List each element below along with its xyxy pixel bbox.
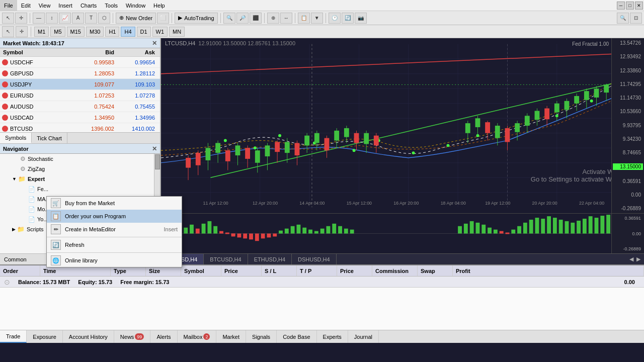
chart-tab-btcusd[interactable]: BTCUSD,H4 bbox=[204, 254, 248, 264]
svg-point-27 bbox=[353, 149, 356, 152]
bottom-tab-code-base[interactable]: Code Base bbox=[277, 330, 316, 343]
tf-h4[interactable]: H4 bbox=[121, 27, 135, 37]
mw-row-usdchf[interactable]: USDCHF 0.99583 0.99654 bbox=[0, 57, 160, 68]
svg-rect-130 bbox=[237, 234, 241, 238]
chart-tab-ethusd[interactable]: ETHUSD,H4 bbox=[248, 254, 292, 264]
mw-bid-usdchf: 0.99583 bbox=[74, 59, 117, 65]
bottom-tab-mailbox[interactable]: Mailbox 2 bbox=[178, 330, 217, 343]
svg-rect-158 bbox=[506, 233, 510, 234]
nav-scrollbar-thumb[interactable] bbox=[155, 154, 160, 169]
mw-row-btcusd[interactable]: BTCUSD 1396.002 1410.002 bbox=[0, 123, 160, 132]
mw-ask-usdjpy: 109.103 bbox=[117, 81, 160, 87]
toolbar-chart1[interactable]: ⬜ bbox=[157, 13, 169, 24]
svg-rect-125 bbox=[213, 226, 217, 234]
chart-canvas[interactable]: LTCUSD,H4 12.91000 13.50000 12.85761 13.… bbox=[161, 38, 644, 213]
nav-common-tab[interactable]: Common bbox=[4, 256, 27, 262]
toolbar-template[interactable]: 📋 bbox=[298, 13, 310, 24]
toolbar-zoom-in[interactable]: 🔍 bbox=[223, 13, 235, 24]
toolbar-arrows[interactable]: ↕ bbox=[46, 13, 58, 24]
tf-d1[interactable]: D1 bbox=[137, 27, 151, 37]
svg-rect-127 bbox=[225, 233, 229, 234]
bottom-tab-journal[interactable]: Journal bbox=[348, 330, 379, 343]
order-col-order-header: Order bbox=[0, 265, 40, 276]
toolbar-obj[interactable]: ⬡ bbox=[98, 13, 110, 24]
mw-row-usdjpy[interactable]: USDJPY 109.077 109.103 bbox=[0, 79, 160, 90]
ctx-online-library[interactable]: 🌐 Online library bbox=[47, 254, 182, 267]
chart-tab-left-arrow[interactable]: ◀ bbox=[628, 256, 635, 262]
tf-m30[interactable]: M30 bbox=[86, 27, 104, 37]
ctx-refresh[interactable]: 🔄 Refresh bbox=[47, 238, 182, 251]
tf-h1[interactable]: H1 bbox=[105, 27, 119, 37]
nav-expert-fe[interactable]: 📄 Fe... bbox=[0, 184, 160, 194]
toolbar-text2[interactable]: T bbox=[85, 13, 97, 24]
menu-file[interactable]: File bbox=[0, 0, 17, 11]
nav-stochastic[interactable]: ⚙ Stochastic bbox=[0, 154, 160, 164]
toolbar-find[interactable]: ⊡ bbox=[630, 13, 642, 24]
svg-rect-124 bbox=[207, 221, 211, 234]
tf-m1[interactable]: M1 bbox=[34, 27, 49, 37]
toolbar-line[interactable]: — bbox=[33, 13, 45, 24]
bottom-tab-account-history[interactable]: Account History bbox=[63, 330, 114, 343]
menu-edit[interactable]: Edit bbox=[17, 0, 35, 11]
toolbar-cross2[interactable]: ✛ bbox=[16, 26, 28, 37]
bottom-tab-alerts[interactable]: Alerts bbox=[150, 330, 177, 343]
toolbar-profile[interactable]: ▼ bbox=[311, 13, 323, 24]
toolbar-zoom-out[interactable]: 🔎 bbox=[236, 13, 249, 24]
svg-rect-84 bbox=[505, 128, 510, 142]
market-watch-close[interactable]: ✕ bbox=[152, 40, 157, 47]
toolbar-refresh[interactable]: 🔄 bbox=[342, 13, 354, 24]
chart-tabs: LTCUSD,H4 BTCUSD,H4 ETHUSD,H4 DSHUSD,H4 … bbox=[161, 253, 644, 264]
maximize-button[interactable]: □ bbox=[626, 2, 634, 10]
toolbar-scroll[interactable]: ↔ bbox=[280, 13, 292, 24]
ctx-create-metaeditor[interactable]: ✏ Create in MetaEditor Insert bbox=[47, 223, 182, 236]
mw-tab-symbols[interactable]: Symbols bbox=[0, 133, 32, 143]
menu-view[interactable]: View bbox=[35, 0, 55, 11]
toolbar-clock[interactable]: 🕐 bbox=[329, 13, 341, 24]
toolbar-cursor[interactable]: ⊕ bbox=[267, 13, 279, 24]
ctx-order-program[interactable]: 📋 Order your own Program bbox=[47, 210, 182, 223]
tf-m5[interactable]: M5 bbox=[50, 27, 65, 37]
bottom-tabs: Trade Exposure Account History News 99 A… bbox=[0, 330, 644, 343]
new-order-button[interactable]: ⊕ New Order bbox=[116, 13, 156, 24]
toolbar-text[interactable]: A bbox=[72, 13, 84, 24]
svg-rect-164 bbox=[541, 219, 545, 234]
bottom-tab-exposure[interactable]: Exposure bbox=[27, 330, 62, 343]
menu-insert[interactable]: Insert bbox=[54, 0, 76, 11]
menu-help[interactable]: Help bbox=[149, 0, 169, 11]
nav-zigzag[interactable]: ⚙ ZigZag bbox=[0, 164, 160, 174]
toolbar-cursor2[interactable]: ↖ bbox=[2, 26, 14, 37]
toolbar-cross[interactable]: ✛ bbox=[15, 13, 27, 24]
toolbar-search[interactable]: 🔍 bbox=[617, 13, 629, 24]
tf-w1[interactable]: W1 bbox=[152, 27, 168, 37]
svg-rect-149 bbox=[350, 230, 354, 234]
nav-expert-folder[interactable]: ▼ 📁 Expert bbox=[0, 174, 160, 184]
navigator-close[interactable]: ✕ bbox=[152, 145, 157, 152]
mw-row-gbpusd[interactable]: GBPUSD 1.28053 1.28112 bbox=[0, 68, 160, 79]
bottom-tab-news[interactable]: News 99 bbox=[114, 330, 151, 343]
bottom-tab-experts[interactable]: Experts bbox=[317, 330, 348, 343]
bottom-tab-market[interactable]: Market bbox=[216, 330, 246, 343]
mw-row-eurusd[interactable]: EURUSD 1.07253 1.07278 bbox=[0, 90, 160, 101]
tf-mn[interactable]: MN bbox=[169, 27, 185, 37]
menu-window[interactable]: Window bbox=[122, 0, 149, 11]
chart-svg: 11 Apr 12:00 12 Apr 20:00 14 Apr 04:00 1… bbox=[161, 38, 611, 213]
chart-tab-dshusd[interactable]: DSHUSD,H4 bbox=[292, 254, 337, 264]
toolbar-screenshot[interactable]: 📷 bbox=[355, 13, 367, 24]
auto-trading-button[interactable]: ▶ AutoTrading bbox=[175, 13, 218, 24]
menu-charts[interactable]: Charts bbox=[76, 0, 101, 11]
mw-tab-tick[interactable]: Tick Chart bbox=[32, 133, 67, 143]
toolbar-chart-window[interactable]: ⬛ bbox=[250, 13, 262, 24]
mw-row-usdcad[interactable]: USDCAD 1.34950 1.34996 bbox=[0, 112, 160, 123]
toolbar-arrow[interactable]: ↖ bbox=[2, 13, 14, 24]
minimize-button[interactable]: ─ bbox=[617, 2, 625, 10]
menu-tools[interactable]: Tools bbox=[101, 0, 122, 11]
bottom-tab-signals[interactable]: Signals bbox=[246, 330, 277, 343]
mw-row-audusd[interactable]: AUDUSD 0.75424 0.75455 bbox=[0, 101, 160, 112]
bottom-tab-trade[interactable]: Trade bbox=[0, 330, 27, 343]
close-button[interactable]: ✕ bbox=[635, 2, 643, 10]
chart-tab-right-arrow[interactable]: ▶ bbox=[635, 256, 642, 262]
toolbar-indicators[interactable]: 📈 bbox=[59, 13, 71, 24]
tf-m15[interactable]: M15 bbox=[67, 27, 85, 37]
ctx-buy-from-market[interactable]: 🛒 Buy from the Market bbox=[47, 197, 182, 210]
mw-bid-eurusd: 1.07253 bbox=[74, 93, 117, 99]
